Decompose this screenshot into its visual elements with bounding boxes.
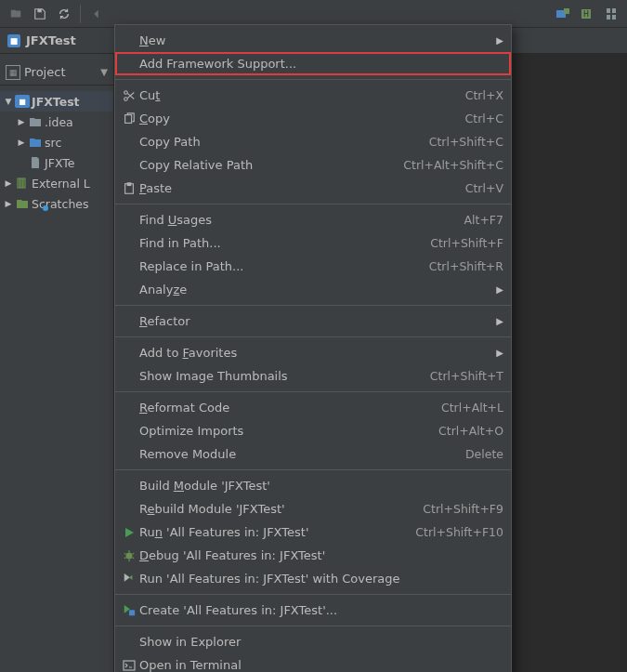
menu-item-remove-module[interactable]: Remove ModuleDelete — [115, 442, 511, 466]
scratches-icon — [15, 197, 30, 210]
create-icon — [119, 602, 139, 619]
svg-rect-8 — [612, 15, 616, 20]
breadcrumb-project[interactable]: JFXTest — [26, 33, 76, 47]
submenu-arrow-icon: ▶ — [490, 316, 503, 326]
file-icon — [28, 156, 43, 169]
menu-item-cut[interactable]: CutCtrl+X — [115, 84, 511, 107]
menu-item-new[interactable]: New▶ — [115, 29, 511, 52]
menu-shortcut: Ctrl+V — [465, 181, 503, 195]
menu-item-build-module-jfxtest[interactable]: Build Module 'JFXTest' — [115, 474, 511, 497]
module-icon: ■ — [15, 95, 30, 108]
menu-item-show-image-thumbnails[interactable]: Show Image ThumbnailsCtrl+Shift+T — [115, 364, 511, 388]
blank-icon — [119, 282, 139, 298]
menu-item-optimize-imports[interactable]: Optimize ImportsCtrl+Alt+O — [115, 419, 511, 442]
chevron-down-icon[interactable]: ▼ — [100, 67, 108, 77]
svg-rect-9 — [18, 178, 20, 188]
svg-rect-10 — [20, 178, 22, 188]
project-view-label: Project — [24, 65, 97, 79]
chevron-down-icon[interactable]: ▼ — [4, 97, 13, 106]
project-header[interactable]: ▦ Project ▼ — [0, 59, 113, 86]
project-tree[interactable]: ▼■JFXTest▶.idea▶srcJFXTe▶External L▶Scra… — [0, 89, 113, 216]
menu-item-label: Copy Relative Path — [139, 158, 403, 172]
blank-icon — [119, 400, 139, 416]
tree-label: Scratches — [32, 197, 89, 211]
menu-item-show-in-explorer[interactable]: Show in Explorer — [115, 630, 511, 653]
svg-point-13 — [124, 97, 128, 100]
menu-separator — [115, 305, 511, 306]
tree-row-jfxtest[interactable]: ▼■JFXTest — [0, 91, 113, 112]
sync-icon[interactable] — [52, 3, 76, 25]
menu-item-rebuild-module-jfxtest[interactable]: Rebuild Module 'JFXTest'Ctrl+Shift+F9 — [115, 497, 511, 520]
menu-item-replace-in-path[interactable]: Replace in Path...Ctrl+Shift+R — [115, 255, 511, 278]
tree-row-src[interactable]: ▶src — [0, 132, 113, 152]
menu-item-find-usages[interactable]: Find UsagesAlt+F7 — [115, 208, 511, 231]
blank-icon — [119, 157, 139, 174]
menu-shortcut: Ctrl+Shift+C — [429, 135, 503, 149]
tree-label: JFXTe — [45, 156, 74, 170]
menu-item-label: Copy Path — [139, 135, 429, 149]
blank-icon — [119, 235, 139, 252]
menu-separator — [115, 626, 511, 626]
menu-item-label: Debug 'All Features in: JFXTest' — [139, 548, 503, 562]
menu-shortcut: Ctrl+X — [465, 88, 503, 102]
libraries-icon — [15, 177, 30, 190]
menu-shortcut: Ctrl+Shift+R — [429, 259, 503, 273]
menu-item-copy[interactable]: CopyCtrl+C — [115, 107, 511, 130]
menu-item-open-in-terminal[interactable]: Open in Terminal — [115, 653, 511, 672]
menu-item-analyze[interactable]: Analyze▶ — [115, 278, 511, 301]
menu-item-copy-relative-path[interactable]: Copy Relative PathCtrl+Alt+Shift+C — [115, 153, 511, 177]
folder-icon — [28, 115, 43, 128]
module-icon: ■ — [7, 34, 20, 47]
menu-shortcut: Ctrl+Shift+F9 — [423, 502, 503, 516]
chevron-right-icon[interactable]: ▶ — [17, 138, 26, 147]
menu-item-run-all-features-in-jfxtest[interactable]: Run 'All Features in: JFXTest'Ctrl+Shift… — [115, 520, 511, 544]
svg-text:H: H — [583, 10, 589, 19]
paste-icon — [119, 180, 139, 197]
chevron-right-icon[interactable]: ▶ — [4, 199, 13, 208]
menu-item-label: Cut — [139, 88, 465, 102]
menu-item-paste[interactable]: PasteCtrl+V — [115, 177, 511, 200]
svg-rect-11 — [23, 178, 25, 188]
menu-separator — [115, 469, 511, 470]
blank-icon — [119, 33, 139, 49]
menu-item-label: Optimize Imports — [139, 424, 438, 438]
tree-label: src — [45, 136, 61, 150]
menu-item-reformat-code[interactable]: Reformat CodeCtrl+Alt+L — [115, 396, 511, 419]
menu-separator — [115, 336, 511, 337]
open-icon[interactable] — [4, 3, 28, 25]
blank-icon — [119, 56, 139, 72]
back-icon[interactable] — [85, 3, 109, 25]
tree-row--idea[interactable]: ▶.idea — [0, 112, 113, 132]
coverage-icon — [119, 571, 139, 587]
submenu-arrow-icon: ▶ — [490, 348, 503, 358]
menu-item-add-to-favorites[interactable]: Add to Favorites▶ — [115, 341, 511, 364]
blank-icon — [119, 345, 139, 362]
menu-item-run-all-features-in-jfxtest-with-coverage[interactable]: Run 'All Features in: JFXTest' with Cove… — [115, 567, 511, 590]
chevron-right-icon[interactable]: ▶ — [17, 117, 26, 126]
menu-item-label: Add to Favorites — [139, 346, 490, 360]
blank-icon — [119, 134, 139, 151]
menu-item-copy-path[interactable]: Copy PathCtrl+Shift+C — [115, 130, 511, 153]
tree-label: JFXTest — [32, 95, 80, 109]
menu-item-create-all-features-in-jfxtest[interactable]: Create 'All Features in: JFXTest'... — [115, 599, 511, 622]
submenu-arrow-icon: ▶ — [490, 35, 503, 46]
menu-item-label: Find in Path... — [139, 236, 430, 250]
save-all-icon[interactable] — [28, 3, 52, 25]
svg-rect-6 — [612, 8, 616, 13]
menu-item-label: Create 'All Features in: JFXTest'... — [139, 603, 503, 617]
tree-row-scratches[interactable]: ▶Scratches — [0, 193, 113, 214]
context-menu: New▶Add Framework Support...CutCtrl+XCop… — [114, 24, 512, 672]
toolbar-icon-c[interactable] — [599, 3, 623, 25]
toolbar-icon-a[interactable] — [551, 3, 575, 25]
svg-rect-16 — [127, 182, 131, 185]
menu-item-label: Show in Explorer — [139, 635, 503, 649]
menu-item-find-in-path[interactable]: Find in Path...Ctrl+Shift+F — [115, 231, 511, 255]
toolbar-icon-b[interactable]: H — [575, 3, 599, 25]
menu-item-debug-all-features-in-jfxtest[interactable]: Debug 'All Features in: JFXTest' — [115, 544, 511, 567]
chevron-right-icon[interactable]: ▶ — [4, 178, 13, 188]
tree-row-jfxte[interactable]: JFXTe — [0, 152, 113, 173]
tree-row-external-l[interactable]: ▶External L — [0, 173, 113, 193]
menu-item-refactor[interactable]: Refactor▶ — [115, 310, 511, 333]
menu-item-add-framework-support[interactable]: Add Framework Support... — [115, 52, 511, 75]
menu-item-label: Run 'All Features in: JFXTest' with Cove… — [139, 572, 503, 586]
